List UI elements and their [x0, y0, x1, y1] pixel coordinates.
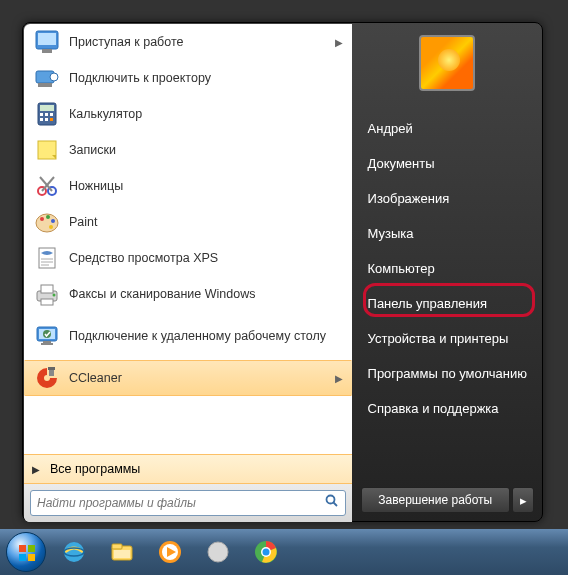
- svg-rect-2: [42, 49, 52, 53]
- start-menu-right-pane: Андрей Документы Изображения Музыка Комп…: [353, 23, 542, 521]
- start-menu: Приступая к работе ▶ Подключить к проект…: [22, 22, 543, 522]
- right-link-control-panel[interactable]: Панель управления: [353, 286, 542, 321]
- app-icon: [204, 538, 232, 566]
- all-programs-button[interactable]: ▶ Все программы: [24, 454, 352, 484]
- svg-point-31: [53, 294, 56, 297]
- internet-explorer-icon: [60, 538, 88, 566]
- start-button[interactable]: [6, 532, 46, 572]
- file-explorer-icon: [108, 538, 136, 566]
- remote-desktop-icon: [33, 322, 61, 350]
- program-label: Подключить к проектору: [69, 71, 211, 85]
- svg-rect-8: [40, 113, 43, 116]
- svg-rect-34: [43, 341, 51, 343]
- program-label: Paint: [69, 215, 98, 229]
- link-label: Изображения: [368, 191, 450, 206]
- svg-rect-41: [19, 545, 26, 552]
- right-link-default-programs[interactable]: Программы по умолчанию: [353, 356, 542, 391]
- shutdown-area: Завершение работы ▸: [353, 479, 542, 521]
- shutdown-button[interactable]: Завершение работы: [361, 487, 510, 513]
- taskbar: [0, 529, 568, 575]
- start-menu-left-pane: Приступая к работе ▶ Подключить к проект…: [24, 24, 352, 522]
- svg-point-55: [263, 549, 270, 556]
- right-link-pictures[interactable]: Изображения: [353, 181, 542, 216]
- program-ccleaner[interactable]: CCleaner ▶: [24, 360, 352, 396]
- program-label: Факсы и сканирование Windows: [69, 287, 255, 301]
- right-link-user[interactable]: Андрей: [353, 111, 542, 146]
- svg-rect-38: [48, 367, 55, 370]
- right-link-computer[interactable]: Компьютер: [353, 251, 542, 286]
- right-link-devices[interactable]: Устройства и принтеры: [353, 321, 542, 356]
- program-label: Приступая к работе: [69, 35, 183, 49]
- svg-rect-7: [40, 105, 54, 111]
- link-label: Панель управления: [368, 296, 487, 311]
- link-label: Компьютер: [368, 261, 435, 276]
- search-box[interactable]: [30, 490, 346, 516]
- program-getting-started[interactable]: Приступая к работе ▶: [24, 24, 352, 60]
- svg-point-52: [208, 542, 228, 562]
- link-label: Справка и поддержка: [368, 401, 499, 416]
- program-snipping-tool[interactable]: Ножницы: [24, 168, 352, 204]
- chrome-icon: [252, 538, 280, 566]
- program-projector[interactable]: Подключить к проектору: [24, 60, 352, 96]
- program-sticky-notes[interactable]: Записки: [24, 132, 352, 168]
- search-icon: [325, 494, 339, 512]
- taskbar-ie[interactable]: [54, 536, 94, 568]
- link-label: Музыка: [368, 226, 414, 241]
- link-label: Программы по умолчанию: [368, 366, 527, 381]
- taskbar-chrome[interactable]: [246, 536, 286, 568]
- svg-point-21: [46, 215, 50, 219]
- svg-point-20: [40, 217, 44, 221]
- program-remote-desktop[interactable]: Подключение к удаленному рабочему столу: [24, 312, 352, 360]
- paint-icon: [33, 208, 61, 236]
- svg-rect-49: [114, 550, 130, 558]
- svg-rect-44: [28, 554, 35, 561]
- svg-rect-30: [41, 299, 53, 305]
- all-programs-label: Все программы: [50, 462, 140, 476]
- fax-scan-icon: [33, 280, 61, 308]
- svg-rect-1: [38, 33, 56, 45]
- svg-rect-12: [45, 118, 48, 121]
- svg-rect-43: [19, 554, 26, 561]
- projector-icon: [33, 64, 61, 92]
- program-label: CCleaner: [69, 371, 122, 385]
- program-fax-scan[interactable]: Факсы и сканирование Windows: [24, 276, 352, 312]
- triangle-icon: ▶: [32, 464, 40, 475]
- search-area: [24, 484, 352, 522]
- windows-logo-icon: [18, 544, 36, 562]
- programs-list: Приступая к работе ▶ Подключить к проект…: [24, 24, 352, 454]
- program-label: Подключение к удаленному рабочему столу: [69, 329, 326, 344]
- svg-rect-14: [38, 141, 56, 159]
- sticky-notes-icon: [33, 136, 61, 164]
- getting-started-icon: [33, 28, 61, 56]
- svg-rect-29: [41, 285, 53, 293]
- calculator-icon: [33, 100, 61, 128]
- program-label: Ножницы: [69, 179, 123, 193]
- program-label: Средство просмотра XPS: [69, 251, 218, 265]
- user-avatar[interactable]: [419, 35, 475, 91]
- program-label: Калькулятор: [69, 107, 142, 121]
- svg-rect-48: [112, 544, 122, 549]
- svg-rect-13: [50, 118, 53, 121]
- shutdown-options-button[interactable]: ▸: [512, 487, 534, 513]
- submenu-arrow-icon: ▶: [335, 373, 343, 384]
- svg-rect-35: [41, 343, 53, 345]
- taskbar-explorer[interactable]: [102, 536, 142, 568]
- svg-rect-9: [45, 113, 48, 116]
- taskbar-app[interactable]: [198, 536, 238, 568]
- svg-point-4: [50, 73, 58, 81]
- right-link-music[interactable]: Музыка: [353, 216, 542, 251]
- link-label: Андрей: [368, 121, 413, 136]
- ccleaner-icon: [33, 364, 61, 392]
- search-input[interactable]: [37, 496, 325, 510]
- svg-rect-42: [28, 545, 35, 552]
- svg-point-36: [43, 330, 51, 338]
- program-calculator[interactable]: Калькулятор: [24, 96, 352, 132]
- taskbar-media-player[interactable]: [150, 536, 190, 568]
- right-link-documents[interactable]: Документы: [353, 146, 542, 181]
- right-link-help[interactable]: Справка и поддержка: [353, 391, 542, 426]
- svg-rect-11: [40, 118, 43, 121]
- snipping-tool-icon: [33, 172, 61, 200]
- program-paint[interactable]: Paint: [24, 204, 352, 240]
- link-label: Документы: [368, 156, 435, 171]
- program-xps-viewer[interactable]: Средство просмотра XPS: [24, 240, 352, 276]
